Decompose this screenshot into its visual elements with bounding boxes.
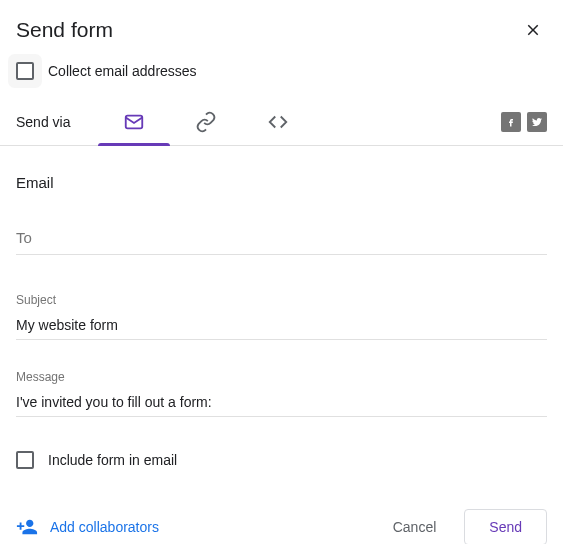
message-label: Message (16, 370, 547, 384)
tab-link[interactable] (170, 98, 242, 146)
cancel-button[interactable]: Cancel (373, 511, 457, 543)
include-form-checkbox[interactable] (16, 451, 34, 469)
collect-email-checkbox[interactable] (16, 62, 34, 80)
add-collaborators-label: Add collaborators (50, 519, 159, 535)
subject-input[interactable] (16, 313, 547, 340)
send-button[interactable]: Send (464, 509, 547, 544)
subject-label: Subject (16, 293, 547, 307)
link-icon (195, 111, 217, 133)
facebook-icon (505, 116, 517, 128)
message-input[interactable] (16, 390, 547, 417)
dialog-title: Send form (16, 18, 113, 42)
to-input[interactable] (16, 225, 547, 255)
include-form-label: Include form in email (48, 452, 177, 468)
tab-email[interactable] (98, 98, 170, 146)
close-icon (524, 21, 542, 39)
share-facebook-button[interactable] (501, 112, 521, 132)
add-person-icon (16, 516, 38, 538)
collect-email-label: Collect email addresses (48, 63, 197, 79)
close-button[interactable] (521, 18, 545, 42)
embed-icon (267, 111, 289, 133)
email-section-title: Email (16, 174, 547, 191)
email-icon (123, 111, 145, 133)
twitter-icon (531, 116, 543, 128)
add-collaborators-button[interactable]: Add collaborators (16, 516, 159, 538)
share-twitter-button[interactable] (527, 112, 547, 132)
tab-embed[interactable] (242, 98, 314, 146)
send-via-label: Send via (16, 114, 70, 130)
